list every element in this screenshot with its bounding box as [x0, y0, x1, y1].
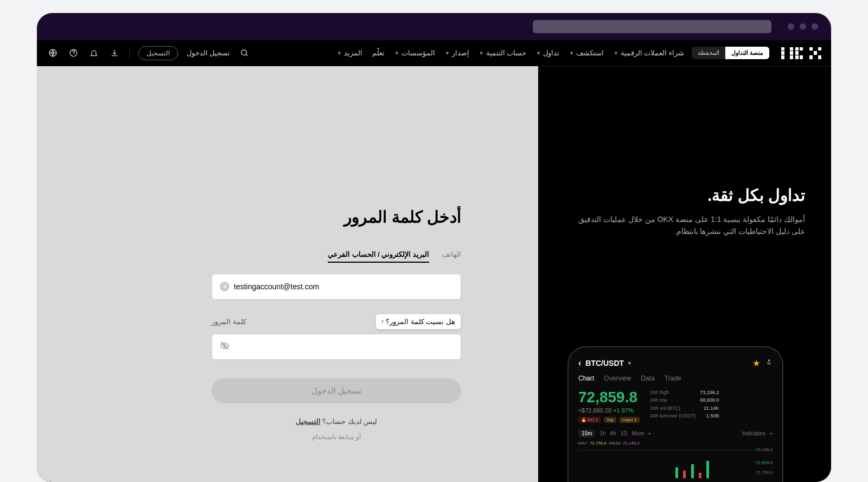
- clear-icon[interactable]: ✕: [220, 282, 229, 291]
- share-icon: [765, 359, 773, 367]
- password-field-wrapper: [212, 334, 461, 360]
- chevron-down-icon: ▼: [445, 50, 450, 56]
- toggle-trading[interactable]: منصة التداول: [725, 47, 769, 59]
- chevron-left-icon: ›: [381, 319, 384, 325]
- mode-toggle: منصة التداول المحفظة: [692, 47, 769, 59]
- email-field-wrapper: ✕: [212, 274, 461, 300]
- phone-tab-data: Data: [641, 375, 654, 382]
- nav-buy-crypto[interactable]: شراء العملات الرقمية▼: [614, 49, 684, 57]
- chevron-down-icon: ▼: [337, 50, 342, 56]
- tab-phone[interactable]: الهاتف: [442, 250, 461, 263]
- top-navigation: منصة التداول المحفظة شراء العملات الرقمي…: [37, 40, 831, 66]
- eye-off-icon[interactable]: [220, 341, 229, 353]
- nav-more[interactable]: المزيد▼: [337, 49, 362, 57]
- chevron-down-icon: ▼: [569, 50, 574, 56]
- password-input[interactable]: [234, 343, 453, 351]
- price-sub: ≈$72,880.20 +1.97%: [578, 407, 640, 414]
- tag-layer: Layer 1: [620, 417, 640, 423]
- chevron-down-icon: ▼: [614, 50, 618, 56]
- minimize-dot[interactable]: [800, 23, 806, 30]
- stats: 24h high73,196.2 24h low68,600.0 24h vol…: [650, 389, 719, 423]
- nav-trade[interactable]: تداول▼: [536, 49, 559, 57]
- okx-logo[interactable]: [781, 47, 821, 59]
- search-icon[interactable]: [239, 47, 251, 59]
- tag-hot: 🔥 NO.1: [578, 417, 601, 423]
- phone-tab-chart: Chart: [578, 375, 594, 382]
- hero-title: تداول بكل ثقة.: [567, 186, 805, 205]
- help-icon[interactable]: [67, 47, 79, 59]
- login-submit-button[interactable]: تسجيل الدخول: [212, 378, 461, 403]
- login-title: أدخل كلمة المرور: [212, 207, 461, 226]
- notification-icon[interactable]: [88, 47, 100, 59]
- chevron-down-icon: ▼: [394, 50, 399, 56]
- price-main: 72,859.8: [578, 389, 640, 406]
- back-icon: ‹: [578, 358, 581, 368]
- nav-grow[interactable]: حساب التنمية▼: [479, 49, 526, 57]
- url-bar[interactable]: [533, 20, 771, 33]
- email-input[interactable]: [234, 282, 453, 291]
- timeframe-row: 15m 1h 4h 1D More▾ Indicators▾: [578, 429, 773, 437]
- forgot-password-link[interactable]: هل نسيت كلمة المرور؟ ›: [375, 314, 461, 329]
- divider: [129, 48, 130, 58]
- login-link[interactable]: تسجيل الدخول: [187, 49, 230, 57]
- nav-issue[interactable]: إصدار▼: [445, 49, 469, 57]
- download-icon[interactable]: [108, 47, 120, 59]
- nav-institutional[interactable]: المؤسسات▼: [394, 49, 435, 57]
- toggle-wallet[interactable]: المحفظة: [692, 47, 725, 59]
- or-continue: أو متابعة باستخدام: [212, 433, 461, 441]
- star-icon: ★: [753, 359, 760, 367]
- signup-prompt: ليس لديك حساب؟ التسجيل: [212, 417, 461, 426]
- nav-learn[interactable]: تعلّم: [372, 49, 385, 57]
- nav-discover[interactable]: استكشف▼: [569, 49, 604, 57]
- phone-mockup: ‹ BTC/USDT ▾ ★ Chart Overview D: [567, 346, 783, 482]
- login-method-tabs: الهاتف البريد الإلكتروني / الحساب الفرعي: [212, 250, 461, 263]
- hero-panel: تداول بكل ثقة. أموالك دائمًا مكفولة بنسب…: [538, 66, 831, 482]
- language-icon[interactable]: [47, 47, 59, 59]
- tab-email[interactable]: البريد الإلكتروني / الحساب الفرعي: [328, 250, 429, 263]
- signup-button[interactable]: التسجيل: [138, 46, 178, 60]
- primary-nav: شراء العملات الرقمية▼ استكشف▼ تداول▼ حسا…: [337, 49, 684, 57]
- window-controls: [788, 23, 818, 30]
- chevron-down-icon: ▼: [479, 50, 484, 56]
- browser-chrome: [37, 13, 831, 40]
- trading-pair: BTC/USDT: [585, 359, 624, 367]
- chevron-down-icon: ▼: [536, 50, 541, 56]
- phone-tab-overview: Overview: [604, 375, 631, 382]
- login-panel: أدخل كلمة المرور الهاتف البريد الإلكترون…: [37, 66, 538, 482]
- maximize-dot[interactable]: [812, 23, 818, 30]
- phone-tab-trade: Trade: [665, 375, 681, 382]
- chevron-down-icon: ▾: [628, 360, 631, 366]
- svg-point-0: [241, 50, 246, 55]
- ma-row: MA7: 72,758.6 MA30: 72,149.2: [578, 441, 773, 446]
- password-label: كلمة المرور: [212, 318, 246, 326]
- close-dot[interactable]: [788, 23, 794, 30]
- signup-link[interactable]: التسجيل: [296, 417, 321, 426]
- tag-top: Top: [604, 417, 616, 423]
- svg-line-1: [246, 54, 247, 56]
- chart-area: 73,196.2 72,859.8 72,758.6: [578, 450, 773, 480]
- hero-subtitle: أموالك دائمًا مكفولة بنسبة 1:1 على منصة …: [567, 213, 805, 238]
